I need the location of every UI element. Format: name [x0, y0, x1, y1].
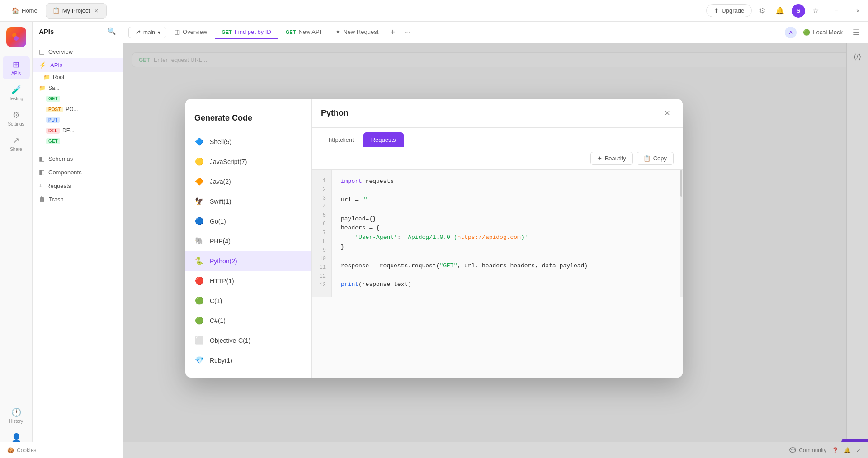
new-api-tab-label: New API [298, 28, 321, 35]
mock-label-text: Local Mock [813, 29, 843, 36]
add-tab-button[interactable]: + [387, 26, 399, 39]
line-num-1: 1 [312, 177, 331, 186]
tab-new-api[interactable]: GET New API [279, 26, 327, 39]
toolbar: ⎇ main ▾ ◫ Overview GET Find pet by ID G… [123, 22, 868, 43]
tab-close-button[interactable]: × [93, 6, 100, 15]
tree-item-get2[interactable]: GET [33, 136, 123, 146]
more-tabs-button[interactable]: ··· [401, 27, 414, 38]
bookmark-icon-button[interactable]: ☆ [810, 4, 821, 18]
python-icon: 🐍 [194, 256, 204, 266]
cookies-icon: 🍪 [7, 447, 14, 453]
tree-item-post1[interactable]: POST PO... [33, 104, 123, 115]
lang-item-csharp[interactable]: 🟢 C#(1) [185, 311, 311, 331]
cookies-item[interactable]: 🍪 Cookies [7, 447, 36, 453]
sidebar-nav-overview[interactable]: ◫ Overview [33, 45, 123, 58]
schemas-icon: ◧ [39, 155, 45, 162]
line-numbers: 1 2 3 4 5 6 7 8 9 10 11 12 13 [312, 170, 332, 297]
sidebar-item-label: APIs [11, 71, 21, 76]
objc-icon: ⬜ [194, 336, 204, 346]
tree-item-delete1[interactable]: DEL DE... [33, 125, 123, 136]
sidebar-nav-label: Trash [49, 196, 64, 203]
lang-item-swift[interactable]: 🦅 Swift(1) [185, 192, 311, 211]
php-icon: 🐘 [194, 236, 204, 246]
share-icon: ↗ [13, 136, 19, 145]
mock-label: 🟢 Local Mock [798, 26, 847, 38]
lang-item-http[interactable]: 🔴 HTTP(1) [185, 271, 311, 291]
sidebar-item-share[interactable]: ↗ Share [3, 132, 30, 155]
sidebar-nav-apis[interactable]: ⚡ APIs [33, 58, 123, 72]
sidebar-nav-components[interactable]: ◧ Components [33, 165, 123, 179]
tab-new-request[interactable]: ✦ New Request [329, 26, 385, 39]
new-request-tab-label: New Request [343, 28, 378, 35]
sidebar-item-history[interactable]: 🕐 History [3, 404, 30, 427]
line-num-11: 11 [312, 263, 331, 272]
tree-item-saved[interactable]: 📁 Sa... [33, 83, 123, 93]
sidebar-nav: ◫ Overview ⚡ APIs 📁 Root 📁 Sa... GET POS… [33, 41, 123, 458]
tree-item-root[interactable]: 📁 Root [33, 72, 123, 83]
tab-home[interactable]: 🏠 Home [5, 5, 44, 17]
tree-item-get1[interactable]: GET [33, 93, 123, 104]
branch-chevron-icon: ▾ [158, 29, 160, 36]
lang-item-java[interactable]: 🔶 Java(2) [185, 172, 311, 192]
minimize-button[interactable]: − [831, 5, 840, 17]
sidebar-item-settings[interactable]: ⚙ Settings [3, 107, 30, 130]
branch-icon: ⎇ [134, 29, 141, 36]
sidebar-item-testing[interactable]: 🧪 Testing [3, 81, 30, 105]
line-num-2: 2 [312, 186, 331, 194]
lang-item-php[interactable]: 🐘 PHP(4) [185, 231, 311, 251]
notifications-icon-button[interactable]: 🔔 [773, 4, 787, 18]
overview-icon: ◫ [39, 48, 45, 55]
close-window-button[interactable]: × [854, 5, 863, 17]
swift-icon: 🦅 [194, 196, 204, 206]
overview-tab-label: Overview [183, 28, 207, 35]
home-tab-label: Home [22, 7, 38, 14]
lang-item-ruby[interactable]: 💎 Ruby(1) [185, 351, 311, 370]
sidebar-nav-schemas[interactable]: ◧ Schemas [33, 152, 123, 165]
line-num-6: 6 [312, 220, 331, 229]
tab-find-pet[interactable]: GET Find pet by ID [215, 26, 278, 39]
lang-item-objc[interactable]: ⬜ Objective-C(1) [185, 331, 311, 351]
toolbar-avatar[interactable]: A [785, 27, 797, 38]
toolbar-menu-button[interactable]: ☰ [849, 26, 863, 38]
go-icon: 🔵 [194, 216, 204, 226]
sidebar-nav-trash[interactable]: 🗑 Trash [33, 192, 123, 206]
testing-icon: 🧪 [11, 85, 21, 95]
code-content: 1 2 3 4 5 6 7 8 9 10 11 12 13 impor [312, 170, 683, 297]
modal-close-button[interactable]: × [661, 106, 674, 120]
line-num-4: 4 [312, 203, 331, 211]
tab-project[interactable]: 📋 My Project × [46, 3, 107, 19]
code-tab-httpclient[interactable]: http.client [321, 132, 362, 147]
lang-item-go[interactable]: 🔵 Go(1) [185, 211, 311, 231]
branch-selector[interactable]: ⎇ main ▾ [128, 27, 166, 38]
code-actions: ✦ Beautify 📋 Copy [312, 147, 683, 170]
tab-overview[interactable]: ◫ Overview [168, 26, 213, 39]
settings-icon-button[interactable]: ⚙ [756, 4, 768, 18]
lang-item-shell[interactable]: 🔷 Shell(5) [185, 132, 311, 152]
beautify-button[interactable]: ✦ Beautify [590, 152, 633, 165]
scrollbar[interactable] [680, 170, 683, 297]
avatar[interactable]: S [792, 4, 805, 18]
generate-code-modal: Generate Code 🔷 Shell(5) 🟡 JavaScript(7)… [185, 99, 683, 378]
invite-icon: 👤 [11, 433, 21, 443]
project-tab-label: My Project [62, 7, 90, 14]
sidebar-search-button[interactable]: 🔍 [108, 27, 116, 35]
shell-icon: 🔷 [194, 137, 204, 147]
copy-button[interactable]: 📋 Copy [637, 152, 674, 165]
sidebar-item-apis[interactable]: ⊞ APIs [3, 56, 30, 79]
branch-label: main [143, 29, 155, 36]
sidebar-nav-label: Requests [46, 182, 71, 189]
lang-item-c[interactable]: 🟢 C(1) [185, 291, 311, 311]
method-badge-get: GET [46, 96, 60, 102]
lang-item-python[interactable]: 🐍 Python(2) [185, 251, 311, 271]
upgrade-button[interactable]: ⬆ Upgrade [706, 4, 752, 17]
http-icon: 🔴 [194, 276, 204, 286]
sidebar-nav-requests[interactable]: + Requests [33, 179, 123, 192]
c-icon: 🟢 [194, 296, 204, 306]
code-panel-title: Python [321, 108, 349, 118]
app-logo[interactable] [6, 27, 26, 47]
lang-item-javascript[interactable]: 🟡 JavaScript(7) [185, 152, 311, 172]
maximize-button[interactable]: □ [842, 5, 851, 17]
titlebar-actions: ⬆ Upgrade ⚙ 🔔 S ☆ − □ × [706, 4, 863, 18]
tree-item-put1[interactable]: PUT [33, 115, 123, 125]
code-tab-requests[interactable]: Requests [363, 132, 404, 147]
